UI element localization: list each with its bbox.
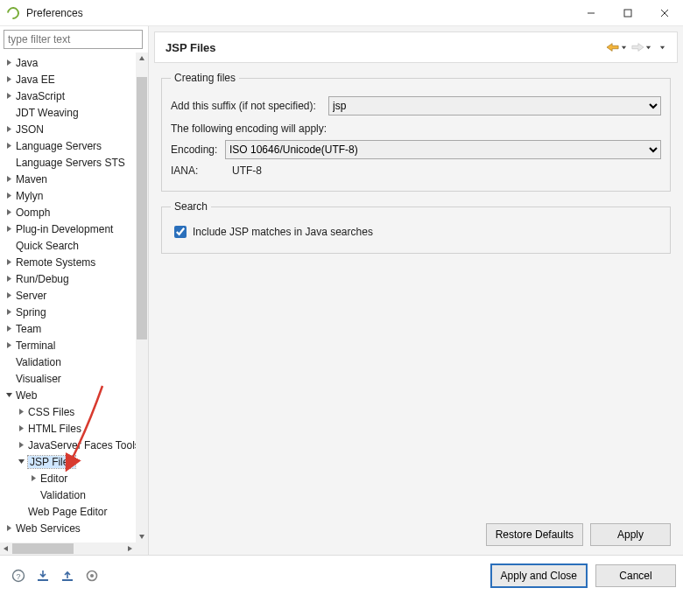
- tree-item-label: Terminal: [16, 340, 55, 352]
- tree-item[interactable]: Validation: [0, 486, 136, 503]
- tree-item[interactable]: JSP Files: [0, 453, 136, 470]
- disclosure-triangle-icon[interactable]: [16, 457, 26, 467]
- svg-marker-32: [632, 44, 644, 52]
- tree-item[interactable]: HTML Files: [0, 420, 136, 437]
- vertical-scrollbar[interactable]: [136, 52, 148, 542]
- disclosure-triangle-icon[interactable]: [4, 324, 14, 334]
- disclosure-triangle-icon[interactable]: [28, 473, 39, 484]
- tree-item[interactable]: Maven: [0, 171, 136, 187]
- disclosure-triangle-icon[interactable]: [4, 141, 14, 151]
- tree-item[interactable]: Web Services: [0, 520, 136, 536]
- tree-item[interactable]: Visualiser: [0, 370, 136, 387]
- horizontal-scrollbar[interactable]: [0, 542, 136, 555]
- tree-item[interactable]: JavaScript: [0, 88, 136, 104]
- disclosure-triangle-icon[interactable]: [4, 191, 14, 201]
- page-title: JSP Files: [165, 41, 603, 54]
- disclosure-triangle-icon[interactable]: [4, 174, 14, 185]
- vscroll-thumb[interactable]: [137, 77, 147, 340]
- tree-item[interactable]: Validation: [0, 354, 136, 370]
- svg-marker-26: [139, 56, 144, 60]
- tree-item-label: JSP Files: [28, 456, 75, 468]
- tree-item-label: Server: [16, 290, 46, 302]
- minimize-button[interactable]: [573, 0, 609, 25]
- iana-label: IANA:: [171, 164, 225, 177]
- disclosure-triangle-icon[interactable]: [4, 124, 14, 135]
- disclosure-triangle-icon[interactable]: [16, 424, 26, 434]
- tree-item[interactable]: Java EE: [0, 71, 136, 88]
- tree-item[interactable]: Language Servers: [0, 137, 136, 154]
- help-icon[interactable]: ?: [11, 568, 26, 584]
- tree-spacer: [4, 108, 14, 118]
- disclosure-triangle-icon[interactable]: [4, 91, 14, 102]
- tree-item-label: Editor: [40, 472, 67, 485]
- tree-item[interactable]: Quick Search: [0, 237, 136, 254]
- tree-item[interactable]: Team: [0, 320, 136, 337]
- tree-item-label: Quick Search: [16, 240, 79, 252]
- disclosure-triangle-icon[interactable]: [4, 290, 14, 301]
- disclosure-triangle-icon[interactable]: [4, 340, 14, 351]
- disclosure-triangle-icon[interactable]: [4, 307, 14, 318]
- iana-row: IANA: UTF-8: [171, 164, 661, 177]
- include-jsp-label: Include JSP matches in Java searches: [193, 226, 373, 238]
- suffix-select[interactable]: jsp: [328, 96, 661, 116]
- tree-item[interactable]: JDT Weaving: [0, 104, 136, 121]
- disclosure-triangle-icon[interactable]: [16, 407, 26, 417]
- restore-defaults-button[interactable]: Restore Defaults: [486, 523, 583, 546]
- tree-item[interactable]: JSON: [0, 121, 136, 137]
- disclosure-triangle-icon[interactable]: [4, 257, 14, 268]
- disclosure-triangle-icon[interactable]: [4, 74, 14, 85]
- tree-item[interactable]: Run/Debug: [0, 270, 136, 287]
- title-bar: Preferences: [0, 0, 683, 26]
- tree-item[interactable]: CSS Files: [0, 403, 136, 420]
- window-controls: [573, 0, 683, 25]
- tree-item[interactable]: Web Page Editor: [0, 503, 136, 520]
- tree-item-label: Remote Systems: [16, 256, 95, 269]
- oomph-icon[interactable]: [84, 568, 100, 584]
- tree-item[interactable]: Plug-in Development: [0, 220, 136, 237]
- disclosure-triangle-icon[interactable]: [4, 58, 14, 68]
- tree-item[interactable]: Java: [0, 54, 136, 71]
- tree-item[interactable]: Server: [0, 287, 136, 304]
- svg-marker-15: [7, 292, 11, 298]
- disclosure-triangle-icon[interactable]: [4, 224, 14, 234]
- disclosure-triangle-icon[interactable]: [16, 440, 26, 451]
- tree-item[interactable]: Spring: [0, 304, 136, 320]
- disclosure-triangle-icon[interactable]: [4, 274, 14, 284]
- tree-item[interactable]: Terminal: [0, 337, 136, 354]
- tree-item[interactable]: Web: [0, 387, 136, 403]
- apply-button[interactable]: Apply: [590, 523, 671, 546]
- filter-input[interactable]: [4, 30, 143, 49]
- dialog-footer: ? Apply and Close Cancel: [0, 555, 683, 595]
- forward-menu[interactable]: [644, 45, 652, 51]
- hscroll-thumb[interactable]: [12, 543, 74, 554]
- tree-item[interactable]: Remote Systems: [0, 254, 136, 270]
- back-button[interactable]: [607, 42, 619, 52]
- disclosure-triangle-icon[interactable]: [4, 523, 14, 534]
- tree-item[interactable]: JavaServer Faces Tools: [0, 437, 136, 453]
- disclosure-triangle-icon[interactable]: [4, 390, 14, 401]
- svg-marker-6: [7, 93, 11, 99]
- forward-button[interactable]: [631, 42, 644, 52]
- include-jsp-checkbox-row[interactable]: Include JSP matches in Java searches: [171, 223, 661, 241]
- suffix-row: Add this suffix (if not specified): jsp: [171, 96, 661, 116]
- include-jsp-checkbox[interactable]: [174, 226, 187, 238]
- tree-item[interactable]: Language Servers STS: [0, 154, 136, 171]
- preferences-tree[interactable]: JavaJava EEJavaScriptJDT WeavingJSONLang…: [0, 52, 136, 542]
- maximize-button[interactable]: [609, 0, 646, 25]
- tree-item[interactable]: Editor: [0, 470, 136, 486]
- export-icon[interactable]: [60, 568, 75, 584]
- tree-item-label: HTML Files: [28, 423, 81, 435]
- encoding-row: Encoding: ISO 10646/Unicode(UTF-8): [171, 140, 661, 159]
- back-menu[interactable]: [619, 45, 628, 51]
- import-icon[interactable]: [35, 568, 51, 584]
- tree-item[interactable]: Oomph: [0, 204, 136, 220]
- cancel-button[interactable]: Cancel: [595, 564, 676, 587]
- tree-item[interactable]: Mylyn: [0, 187, 136, 204]
- view-menu[interactable]: [658, 45, 666, 51]
- encoding-select[interactable]: ISO 10646/Unicode(UTF-8): [225, 140, 661, 159]
- disclosure-triangle-icon[interactable]: [4, 207, 14, 218]
- close-button[interactable]: [646, 0, 683, 25]
- page-header: JSP Files: [154, 32, 678, 63]
- apply-and-close-button[interactable]: Apply and Close: [491, 564, 587, 587]
- tree-spacer: [16, 507, 26, 517]
